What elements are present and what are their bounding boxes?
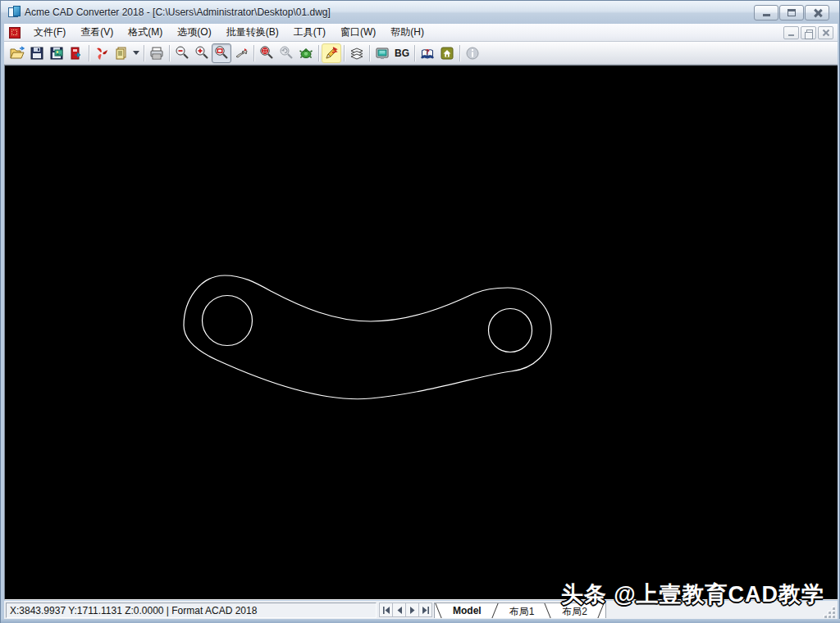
home-button[interactable]: [437, 43, 457, 63]
mdi-minimize-button[interactable]: [783, 26, 799, 39]
tab-divider: [491, 603, 500, 618]
layers-icon: [349, 45, 365, 61]
save-button[interactable]: [27, 43, 47, 63]
background-color-button[interactable]: BG: [392, 43, 412, 63]
toolbar-separator: [344, 45, 345, 61]
last-page-icon: [422, 607, 430, 614]
next-tab-button[interactable]: [405, 603, 419, 617]
mdi-minimize-icon: [788, 34, 794, 36]
home-icon: [439, 45, 455, 61]
batch-convert-dropdown-button[interactable]: [131, 43, 141, 63]
info-icon: [464, 45, 481, 61]
minimize-button[interactable]: [754, 5, 778, 20]
last-tab-button[interactable]: [418, 603, 432, 617]
menu-bar: 文件(F) 查看(V) 格式(M) 选项(O) 批量转换(B) 工具(T) 窗口…: [4, 24, 838, 42]
display-settings-button[interactable]: [372, 43, 392, 63]
export-icon: [68, 45, 84, 61]
window-bottom-border: [1, 619, 840, 623]
layers-button[interactable]: [347, 43, 367, 63]
next-page-icon: [409, 607, 416, 614]
toolbar-separator: [414, 45, 415, 61]
zoom-realtime-icon: [233, 45, 249, 61]
zoom-realtime-button[interactable]: [231, 43, 251, 63]
toolbar: BG ?: [4, 42, 838, 65]
chevron-down-icon: [133, 51, 139, 55]
tab-divider: [435, 603, 443, 618]
zoom-previous-icon: [278, 45, 294, 61]
zoom-extents-button[interactable]: [257, 43, 276, 63]
menu-format[interactable]: 格式(M): [121, 23, 170, 42]
toolbar-separator: [459, 45, 460, 61]
about-button[interactable]: [463, 43, 482, 63]
tab-layout1[interactable]: 布局1: [500, 603, 545, 618]
view-eye-icon: [298, 45, 314, 61]
right-hole-circle: [489, 309, 532, 352]
minimize-icon: [763, 14, 770, 16]
link-outline: [184, 275, 551, 399]
title-bar: Acme CAD Converter 2018 - [C:\Users\Admi…: [1, 1, 839, 24]
background-color-label: BG: [395, 48, 409, 59]
first-page-icon: [382, 607, 390, 614]
mdi-restore-icon: [806, 30, 813, 35]
tab-divider: [544, 603, 552, 618]
menu-window[interactable]: 窗口(W): [333, 23, 383, 42]
first-tab-button[interactable]: [379, 603, 393, 617]
export-button[interactable]: [66, 43, 86, 63]
resize-grip[interactable]: [824, 607, 836, 619]
print-icon: [148, 45, 165, 61]
toolbar-separator: [144, 45, 144, 61]
display-settings-icon: [374, 45, 390, 61]
print-button[interactable]: [147, 43, 167, 63]
zoom-previous-button[interactable]: [276, 43, 296, 63]
cad-link-drawing: [5, 66, 838, 601]
tab-model[interactable]: Model: [443, 603, 491, 618]
markup-icon: [323, 45, 340, 61]
toolbar-separator: [369, 45, 370, 61]
batch-convert-button[interactable]: [112, 43, 131, 63]
zoom-out-button[interactable]: [172, 43, 192, 63]
svg-text:?: ?: [425, 48, 430, 56]
app-icon: [7, 6, 21, 19]
zoom-window-button[interactable]: [212, 43, 231, 63]
close-icon: [813, 8, 822, 17]
save-icon: [29, 45, 45, 61]
app-window: Acme CAD Converter 2018 - [C:\Users\Admi…: [0, 0, 840, 623]
watermark-text: 头条 @上壹教育CAD教学: [561, 580, 824, 609]
view-eye-button[interactable]: [296, 43, 316, 63]
coordinate-readout: X:3843.9937 Y:1711.1131 Z:0.0000 | Forma…: [6, 603, 377, 618]
close-button[interactable]: [805, 5, 829, 20]
convert-to-pdf-button[interactable]: [92, 43, 112, 63]
menu-help[interactable]: 帮助(H): [383, 23, 431, 42]
menu-file[interactable]: 文件(F): [26, 23, 73, 42]
document-icon: [8, 26, 21, 39]
zoom-out-icon: [174, 45, 190, 61]
maximize-button[interactable]: [779, 5, 804, 20]
left-hole-circle: [203, 296, 253, 346]
zoom-in-icon: [194, 45, 210, 61]
toolbar-separator: [253, 45, 254, 61]
menu-tools[interactable]: 工具(T): [286, 23, 333, 42]
mdi-close-button[interactable]: [818, 26, 833, 39]
menu-options[interactable]: 选项(O): [170, 23, 218, 42]
zoom-in-button[interactable]: [192, 43, 212, 63]
menu-batch-convert[interactable]: 批量转换(B): [219, 23, 286, 42]
zoom-window-icon: [213, 45, 230, 61]
save-as-image-button[interactable]: [47, 43, 66, 63]
help-button[interactable]: ?: [418, 43, 437, 63]
tab-nav-buttons: [380, 603, 432, 617]
maximize-icon: [788, 9, 796, 16]
zoom-extents-icon: [258, 45, 275, 61]
prev-page-icon: [396, 607, 403, 614]
help-icon: ?: [419, 45, 436, 61]
save-as-image-icon: [48, 45, 65, 61]
mdi-restore-button[interactable]: [801, 26, 816, 39]
toolbar-separator: [169, 45, 170, 61]
window-title: Acme CAD Converter 2018 - [C:\Users\Admi…: [25, 7, 331, 18]
markup-button[interactable]: [322, 43, 341, 63]
menu-view[interactable]: 查看(V): [73, 23, 121, 42]
mdi-close-icon: [822, 29, 829, 36]
drawing-viewport[interactable]: 头条 @上壹教育CAD教学: [4, 65, 838, 600]
toolbar-separator: [89, 45, 89, 61]
prev-tab-button[interactable]: [392, 603, 406, 617]
open-file-button[interactable]: [7, 43, 27, 63]
